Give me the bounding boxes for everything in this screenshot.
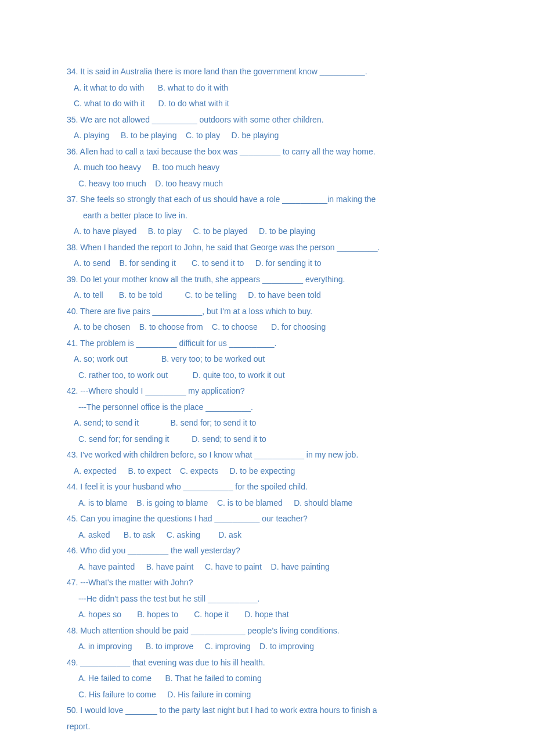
text-line: C. rather too, to work out D. quite too,… xyxy=(67,368,467,384)
text-line: A. send; to send it B. send for; to send… xyxy=(67,415,467,431)
text-line: 46. Who did you _________ the wall yeste… xyxy=(67,543,467,559)
text-line: A. playing B. to be playing C. to play D… xyxy=(67,128,467,144)
text-line: C. send for; for sending it D. send; to … xyxy=(67,431,467,448)
text-line: report. xyxy=(67,719,467,735)
text-line: A. is to blame B. is going to blame C. i… xyxy=(67,495,467,512)
text-line: A. asked B. to ask C. asking D. ask xyxy=(67,527,467,543)
text-line: A. hopes so B. hopes to C. hope it D. ho… xyxy=(67,607,467,623)
text-line: 35. We are not allowed __________ outdoo… xyxy=(67,112,467,128)
text-line: A. so; work out B. very too; to be worke… xyxy=(67,351,467,368)
text-line: A. expected B. to expect C. expects D. t… xyxy=(67,463,467,480)
text-line: 34. It is said in Australia there is mor… xyxy=(67,64,467,80)
text-line: 40. There are five pairs ___________, bu… xyxy=(67,304,467,320)
text-line: A. to send B. for sending it C. to send … xyxy=(67,255,467,272)
text-line: ---He didn't pass the test but he still … xyxy=(67,591,467,607)
text-line: 47. ---What's the matter with John? xyxy=(67,575,467,591)
text-line: A. to have played B. to play C. to be pl… xyxy=(67,224,467,240)
text-line: 39. Do let your mother know all the trut… xyxy=(67,272,467,288)
document-page: 34. It is said in Australia there is mor… xyxy=(0,0,534,756)
text-line: C. what to do with it D. to do what with… xyxy=(67,96,467,112)
text-line: A. have painted B. have paint C. have to… xyxy=(67,559,467,575)
text-line: 48. Much attention should be paid ______… xyxy=(67,623,467,639)
text-line: A. to be chosen B. to choose from C. to … xyxy=(67,319,467,336)
text-line: C. His failure to come D. His failure in… xyxy=(67,687,467,703)
text-line: ---The personnel office is the place ___… xyxy=(67,399,467,416)
text-line: A. to tell B. to be told C. to be tellin… xyxy=(67,287,467,304)
text-line: 50. I would love _______ to the party la… xyxy=(67,703,467,719)
text-line: A. much too heavy B. too much heavy xyxy=(67,160,467,176)
text-line: 36. Allen had to call a taxi because the… xyxy=(67,144,467,160)
text-line: 49. ___________ that evening was due to … xyxy=(67,655,467,671)
text-line: 38. When I handed the report to John, he… xyxy=(67,240,467,256)
text-line: 45. Can you imagine the questions I had … xyxy=(67,511,467,527)
text-line: 37. She feels so strongly that each of u… xyxy=(67,192,467,208)
text-line: A. it what to do with B. what to do it w… xyxy=(67,80,467,96)
text-line: 43. I've worked with children before, so… xyxy=(67,447,467,463)
text-line: 42. ---Where should I _________ my appli… xyxy=(67,383,467,399)
text-line: A. He failed to come B. That he failed t… xyxy=(67,671,467,687)
text-line: A. in improving B. to improve C. improvi… xyxy=(67,639,467,655)
text-line: C. heavy too much D. too heavy much xyxy=(67,176,467,192)
text-line: 44. I feel it is your husband who ______… xyxy=(67,479,467,495)
text-line: earth a better place to live in. xyxy=(67,208,467,224)
text-line: 41. The problem is _________ difficult f… xyxy=(67,336,467,352)
